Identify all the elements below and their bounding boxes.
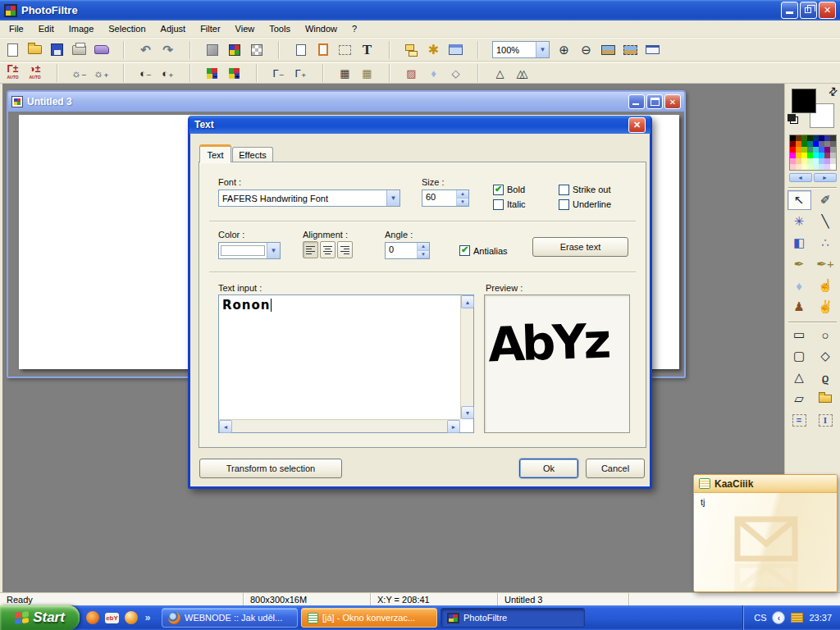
zoom-out-button[interactable]: ⊖ (575, 40, 597, 60)
palette-next-button[interactable]: ► (814, 173, 837, 182)
palette-color[interactable] (813, 153, 819, 158)
sharpen-filter-button[interactable]: ◇ (445, 63, 467, 83)
shape-rectangle-tool[interactable]: ▭ (788, 325, 811, 345)
shape-ellipse-tool[interactable]: ○ (814, 325, 838, 345)
palette-color[interactable] (790, 147, 796, 153)
scroll-left-icon[interactable]: ◄ (219, 420, 232, 433)
menu-item[interactable]: Window (298, 22, 345, 35)
palette-color[interactable] (813, 141, 819, 147)
align-left-button[interactable] (303, 241, 318, 258)
strike-out-checkbox[interactable] (559, 185, 569, 195)
saturation-minus-button[interactable]: ₋ (201, 63, 223, 83)
tray-messenger-icon[interactable] (791, 613, 803, 623)
main-titlebar[interactable]: PhotoFiltre ✕ (0, 0, 840, 21)
palette-color[interactable] (830, 135, 836, 141)
text-tool-button[interactable]: T (356, 40, 378, 60)
restore-button[interactable] (800, 2, 817, 19)
tab-effects[interactable]: Effects (232, 147, 273, 162)
palette-color[interactable] (790, 164, 796, 170)
emboss-button[interactable]: △ (489, 63, 511, 83)
palette-color[interactable] (824, 141, 830, 147)
undo-button[interactable]: ↶ (135, 40, 157, 60)
color-select[interactable] (218, 242, 281, 259)
palette-color[interactable] (796, 147, 801, 153)
chevron-down-icon[interactable] (536, 42, 549, 57)
separator-a6-button[interactable] (378, 63, 400, 83)
palette-color[interactable] (819, 135, 824, 141)
palette-color[interactable] (830, 158, 836, 164)
palette-color[interactable] (819, 141, 824, 147)
palette-color[interactable] (807, 135, 813, 141)
separator-3-button[interactable] (267, 40, 290, 60)
chevron-down-icon[interactable] (267, 243, 280, 258)
palette-color[interactable] (790, 141, 796, 147)
erase-text-button[interactable]: Erase text (532, 237, 628, 257)
zoom-auto-button[interactable] (597, 40, 619, 60)
open-button[interactable] (24, 40, 46, 60)
print-button[interactable] (68, 40, 90, 60)
task-conversation[interactable]: [já] - Okno konverzac... (301, 608, 437, 628)
select-arrow-tool[interactable]: ↖ (788, 190, 811, 210)
blur-filter-button[interactable]: ♦ (422, 63, 445, 83)
palette-color[interactable] (813, 164, 819, 170)
palette-color[interactable] (813, 158, 819, 164)
task-photofiltre[interactable]: PhotoFiltre (441, 608, 585, 628)
palette-color[interactable] (824, 147, 830, 153)
separator-4-button[interactable] (378, 40, 400, 60)
airbrush-tool[interactable]: ∴ (814, 233, 838, 253)
scroll-down-icon[interactable]: ▼ (461, 406, 474, 419)
doc-minimize-button[interactable] (628, 94, 645, 109)
chevron-down-icon[interactable] (386, 190, 399, 206)
menu-item[interactable]: Filter (193, 22, 227, 35)
hide-icons-button[interactable]: ‹ (772, 611, 785, 624)
palette-color[interactable] (796, 164, 801, 170)
contrast-minus-button[interactable]: ◐₋ (135, 63, 157, 83)
minimize-button[interactable] (781, 2, 798, 19)
advanced-brush-tool[interactable]: ✒+ (814, 254, 838, 274)
image-properties-button[interactable] (445, 40, 467, 60)
separator-a5-button[interactable] (312, 63, 334, 83)
scroll-up-icon[interactable]: ▲ (461, 295, 474, 308)
size-stepper[interactable]: 60 (422, 189, 469, 207)
notification-popup[interactable]: KaaCiiik tj (693, 474, 838, 592)
bold-checkbox[interactable] (493, 185, 504, 195)
palette-color[interactable] (807, 147, 813, 153)
spin-down-icon[interactable] (418, 251, 429, 259)
menu-item[interactable]: View (228, 22, 262, 35)
gamma-plus-button[interactable]: Γ₊ (290, 63, 312, 83)
palette-color[interactable] (807, 141, 813, 147)
new-button[interactable] (2, 40, 24, 60)
font-select[interactable]: FAFERS Handwriting Font (218, 189, 400, 207)
image-explorer-button[interactable] (400, 40, 422, 60)
shape-lasso-tool[interactable]: ϱ (814, 368, 838, 387)
separator-1-button[interactable] (112, 40, 135, 60)
palette-color[interactable] (807, 158, 813, 164)
vertical-scrollbar[interactable]: ▲ ▼ (460, 295, 473, 419)
palette-color[interactable] (801, 147, 807, 153)
document-titlebar[interactable]: Untitled 3 ✕ (8, 92, 684, 112)
horizontal-scrollbar[interactable]: ◄ ► (219, 419, 460, 432)
underline-checkbox[interactable] (559, 199, 569, 210)
close-button[interactable]: ✕ (819, 2, 836, 19)
image-size-button[interactable] (201, 40, 223, 60)
sepia-button[interactable]: ▦ (356, 63, 378, 83)
palette-color[interactable] (801, 158, 807, 164)
palette-color[interactable] (790, 153, 796, 158)
color-picker-tool[interactable]: ✐ (814, 190, 838, 210)
menu-item[interactable]: Selection (101, 22, 153, 35)
antialias-checkbox[interactable] (459, 245, 470, 256)
palette-color[interactable] (796, 135, 801, 141)
palette-color[interactable] (830, 164, 836, 170)
dialog-titlebar[interactable]: Text ✕ (189, 116, 651, 134)
start-button[interactable]: Start (0, 605, 80, 630)
spin-up-icon[interactable] (418, 243, 429, 251)
palette-color[interactable] (807, 153, 813, 158)
shape-polygon-tool[interactable]: ▱ (788, 389, 811, 409)
tab-text[interactable]: Text (199, 144, 231, 162)
contrast-plus-button[interactable]: ◐₊ (157, 63, 179, 83)
menu-item[interactable]: Image (62, 22, 102, 35)
palette-color[interactable] (830, 141, 836, 147)
palette-color[interactable] (801, 135, 807, 141)
notification-titlebar[interactable]: KaaCiiik (694, 475, 837, 493)
shape-rhombus-tool[interactable]: ◇ (814, 346, 838, 366)
